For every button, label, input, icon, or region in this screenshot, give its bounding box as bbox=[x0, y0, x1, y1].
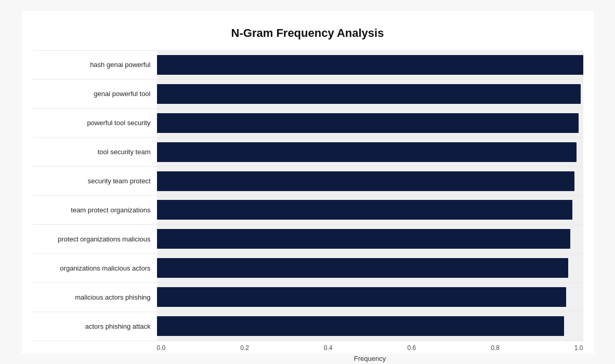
tick-label: 0.8 bbox=[491, 344, 500, 352]
bar-fill bbox=[157, 229, 570, 249]
x-axis-label: Frequency bbox=[157, 355, 583, 362]
bar-track bbox=[157, 167, 583, 195]
bar-track bbox=[157, 196, 583, 224]
bar-row: protect organizations malicious bbox=[32, 225, 583, 254]
bar-track bbox=[157, 109, 583, 137]
bar-track bbox=[157, 51, 583, 79]
bar-label: organizations malicious actors bbox=[32, 264, 157, 272]
bar-fill bbox=[157, 55, 583, 75]
bar-track bbox=[157, 312, 583, 341]
bar-row: security team protect bbox=[32, 167, 583, 196]
bar-row: actors phishing attack bbox=[32, 312, 583, 341]
bar-row: organizations malicious actors bbox=[32, 254, 583, 283]
bar-fill bbox=[157, 84, 581, 104]
bar-label: tool security team bbox=[32, 148, 157, 156]
bar-label: actors phishing attack bbox=[32, 322, 157, 330]
bar-label: hash genai powerful bbox=[32, 61, 157, 69]
bar-fill bbox=[157, 258, 568, 278]
x-axis-container: 0.00.20.40.60.81.0 Frequency bbox=[157, 341, 583, 365]
bar-row: hash genai powerful bbox=[32, 50, 583, 80]
bar-row: team protect organizations bbox=[32, 196, 583, 225]
bar-row: genai powerful tool bbox=[32, 79, 583, 109]
bar-row: powerful tool security bbox=[32, 109, 583, 138]
bar-row: tool security team bbox=[32, 138, 583, 167]
bar-fill bbox=[157, 316, 564, 336]
bar-label: security team protect bbox=[32, 177, 157, 185]
bar-label: powerful tool security bbox=[32, 119, 157, 127]
bar-label: team protect organizations bbox=[32, 206, 157, 214]
chart-container: N-Gram Frequency Analysis hash genai pow… bbox=[22, 11, 594, 354]
tick-label: 0.2 bbox=[240, 344, 249, 352]
bar-track bbox=[157, 283, 583, 312]
bar-fill bbox=[157, 142, 577, 162]
bar-fill bbox=[157, 200, 573, 220]
tick-label: 1.0 bbox=[574, 344, 583, 352]
bar-label: malicious actors phishing bbox=[32, 293, 157, 301]
bar-label: protect organizations malicious bbox=[32, 235, 157, 243]
tick-label: 0.4 bbox=[324, 344, 333, 352]
bar-fill bbox=[157, 113, 579, 133]
tick-label: 0.0 bbox=[157, 344, 166, 352]
tick-label: 0.6 bbox=[407, 344, 416, 352]
bar-label: genai powerful tool bbox=[32, 90, 157, 98]
tick-labels: 0.00.20.40.60.81.0 bbox=[157, 341, 583, 352]
bar-track bbox=[157, 79, 583, 108]
bar-track bbox=[157, 138, 583, 166]
bar-track bbox=[157, 254, 583, 282]
bar-fill bbox=[157, 171, 575, 191]
chart-title: N-Gram Frequency Analysis bbox=[32, 26, 583, 40]
bar-fill bbox=[157, 287, 566, 307]
chart-area: hash genai powerfulgenai powerful toolpo… bbox=[32, 50, 583, 341]
bar-track bbox=[157, 225, 583, 253]
bar-row: malicious actors phishing bbox=[32, 283, 583, 312]
